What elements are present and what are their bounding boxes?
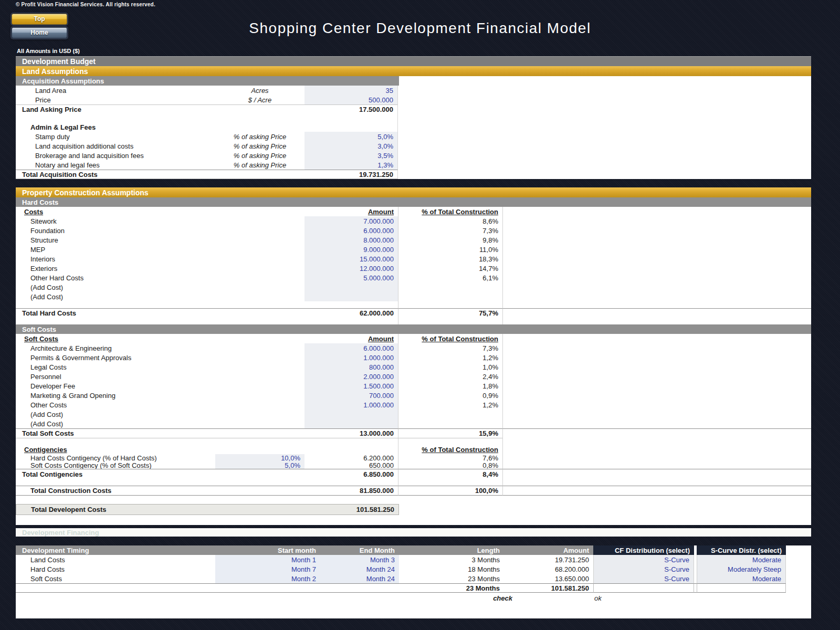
total-label: Total Hard Costs — [16, 308, 304, 318]
filler-cell — [503, 400, 811, 410]
amount-input-cell[interactable] — [304, 419, 398, 428]
amount-input-cell[interactable]: 5.000.000 — [304, 273, 398, 282]
table-row: (Add Cost) — [16, 410, 811, 419]
table-row: Land Costs Month 1 Month 3 3 Months 19.7… — [16, 555, 811, 564]
end-month-select[interactable]: Month 3 — [320, 555, 399, 564]
cf-distribution-select[interactable]: S-Curve — [593, 574, 694, 583]
cost-label: (Add Cost) — [16, 292, 304, 301]
table-row: Notary and legal fees % of asking Price … — [16, 160, 811, 170]
pct-value: 1,2% — [398, 400, 503, 410]
amount-input-cell[interactable] — [304, 292, 398, 301]
unit-cell: % of asking Price — [215, 151, 304, 160]
total-hard-costs-row: Total Hard Costs 62.000.000 75,7% — [16, 308, 811, 318]
amount-input-cell[interactable]: 15.000.000 — [304, 254, 398, 264]
pct-value: 0,9% — [398, 391, 503, 400]
total-label: Total Soft Costs — [16, 428, 304, 438]
filler-cell — [503, 428, 811, 438]
s-curve-select[interactable]: Moderate — [697, 555, 786, 564]
filler-cell — [503, 486, 811, 496]
amount-input-cell[interactable]: 6.000.000 — [304, 226, 398, 235]
amount-input-cell[interactable]: 1.000.000 — [304, 400, 398, 410]
pct-value: 2,4% — [398, 372, 503, 381]
filler-cell — [503, 372, 811, 381]
section-gap — [16, 537, 811, 545]
length-value: 23 Months — [399, 574, 504, 583]
pct-input-cell[interactable]: 5,0% — [215, 461, 304, 469]
input-cell[interactable]: 5,0% — [304, 132, 398, 141]
cost-label: Structure — [16, 235, 304, 245]
filler-cell — [503, 391, 811, 400]
empty-cf-cell — [593, 583, 694, 593]
cost-label: Permits & Government Approvals — [16, 353, 304, 362]
filler-cell — [503, 469, 811, 479]
input-cell[interactable]: 35 — [304, 86, 398, 95]
pct-value: 6,1% — [398, 273, 503, 282]
filler-cell — [503, 264, 811, 273]
cf-distribution-select[interactable]: S-Curve — [593, 564, 694, 574]
cost-label: MEP — [16, 245, 304, 254]
worksheet: Development Budget Land Assumptions Acqu… — [16, 56, 811, 618]
end-month-select[interactable]: Month 24 — [320, 564, 399, 574]
amount-input-cell[interactable]: 800.000 — [304, 362, 398, 372]
filler-cell — [398, 86, 503, 95]
start-month-select[interactable]: Month 7 — [215, 564, 320, 574]
input-cell[interactable]: 1,3% — [304, 160, 398, 170]
input-cell[interactable]: 500.000 — [304, 95, 398, 104]
filler-cell — [503, 445, 811, 454]
unit-cell: % of asking Price — [215, 160, 304, 170]
filler-cell — [503, 362, 811, 372]
cost-label: Foundation — [16, 226, 304, 235]
total-amount: 13.000.000 — [304, 428, 398, 438]
spacer-row — [16, 515, 811, 525]
amount-input-cell[interactable]: 9.000.000 — [304, 245, 398, 254]
total-value: 19.731.250 — [304, 170, 398, 179]
input-cell[interactable]: 3,0% — [304, 141, 398, 151]
pct-value: 14,7% — [398, 264, 503, 273]
amount-input-cell[interactable]: 700.000 — [304, 391, 398, 400]
amount-input-cell[interactable]: 1.500.000 — [304, 381, 398, 391]
start-month-select[interactable]: Month 2 — [215, 574, 320, 583]
column-header-development-timing: Development Timing — [16, 545, 215, 555]
column-header-amount: Amount — [504, 545, 593, 555]
total-pct: 8,4% — [398, 469, 503, 479]
spacer-row — [16, 479, 811, 486]
start-month-select[interactable]: Month 1 — [215, 555, 320, 564]
filler-cell — [786, 545, 811, 555]
end-month-select[interactable]: Month 24 — [320, 574, 399, 583]
amount-input-cell[interactable]: 2.000.000 — [304, 372, 398, 381]
table-row: Brokerage and land acquisition fees % of… — [16, 151, 811, 160]
table-row: Structure 8.000.000 9,8% — [16, 235, 811, 245]
spacer-row — [16, 114, 811, 123]
amount-input-cell[interactable]: 7.000.000 — [304, 216, 398, 226]
amount-input-cell[interactable] — [304, 410, 398, 419]
total-amount: 6.850.000 — [304, 469, 398, 479]
copyright-text: © Profit Vision Financial Services. All … — [16, 2, 155, 7]
cost-label: (Add Cost) — [16, 282, 304, 292]
table-row: Personnel 2.000.000 2,4% — [16, 372, 811, 381]
amount-input-cell[interactable]: 1.000.000 — [304, 353, 398, 362]
input-cell[interactable]: 3,5% — [304, 151, 398, 160]
s-curve-select[interactable]: Moderate — [697, 574, 786, 583]
spacer-row — [16, 301, 811, 308]
cost-label: (Add Cost) — [16, 410, 304, 419]
check-label-cell: check — [399, 593, 504, 603]
currency-note: All Amounts in USD ($) — [17, 48, 80, 54]
s-curve-select[interactable]: Moderately Steep — [697, 564, 786, 574]
subsection-header-hard-costs: Hard Costs — [16, 197, 811, 207]
amount-input-cell[interactable]: 6.000.000 — [304, 343, 398, 353]
amount-input-cell[interactable]: 8.000.000 — [304, 235, 398, 245]
amount-input-cell[interactable]: 12.000.000 — [304, 264, 398, 273]
cost-label: Exteriors — [16, 264, 304, 273]
column-header-start-month: Start month — [215, 545, 320, 555]
cost-label: Other Costs — [16, 400, 304, 410]
filler-cell — [503, 160, 811, 170]
pct-input-cell[interactable]: 10,0% — [215, 454, 304, 462]
filler-cell — [398, 151, 503, 160]
cost-label: Personnel — [16, 372, 304, 381]
filler-cell — [215, 583, 320, 593]
filler-cell — [398, 170, 503, 179]
cost-label: Legal Costs — [16, 362, 304, 372]
cf-distribution-select[interactable]: S-Curve — [593, 555, 694, 564]
amount-input-cell[interactable] — [304, 282, 398, 292]
filler-cell — [503, 170, 811, 179]
